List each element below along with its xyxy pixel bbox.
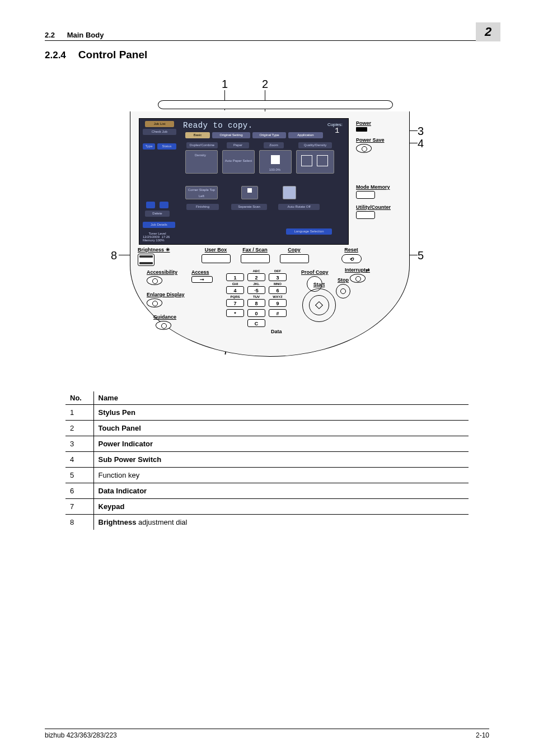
lcd-type: Type bbox=[143, 143, 155, 150]
lcd-tab-application[interactable]: Application bbox=[288, 132, 323, 138]
accessibility-button[interactable] bbox=[147, 276, 162, 285]
kp-tuv: TUV bbox=[247, 295, 265, 299]
lcd-down-icon[interactable] bbox=[160, 202, 168, 208]
lcd-job-details[interactable]: Job Details bbox=[143, 222, 175, 228]
lcd-delete[interactable]: Delete bbox=[145, 211, 170, 217]
lcd-language[interactable]: Language Selection bbox=[286, 228, 332, 235]
th-name: Name bbox=[93, 391, 469, 405]
data-indicator-label: Data bbox=[271, 329, 282, 334]
interrupt-button[interactable] bbox=[350, 274, 366, 283]
fax-scan-label: Fax / Scan bbox=[242, 247, 268, 253]
lcd-job-list[interactable]: Job List bbox=[145, 121, 174, 127]
lcd-sep-scan[interactable]: Separate Scan bbox=[231, 204, 267, 210]
keypad-7[interactable]: 7 bbox=[226, 299, 244, 307]
keypad-4[interactable]: 4 bbox=[226, 286, 244, 294]
keypad-9[interactable]: 9 bbox=[269, 299, 287, 307]
touch-panel[interactable]: Job List Check Job Type Status Delete Jo… bbox=[139, 118, 349, 245]
keypad-3[interactable]: 3 bbox=[269, 273, 287, 281]
keypad-1[interactable]: 1 bbox=[226, 273, 244, 281]
lcd-zoom: Zoom bbox=[264, 142, 284, 148]
heading: 2.2.4 Control Panel bbox=[45, 49, 489, 61]
section-number: 2.2 bbox=[45, 31, 55, 39]
callout-2: 2 bbox=[262, 78, 268, 91]
table-row: 1Stylus Pen bbox=[65, 405, 469, 421]
keypad-c[interactable]: C bbox=[247, 319, 265, 327]
lcd-tile-mid[interactable] bbox=[241, 186, 258, 199]
section-title: Main Body bbox=[67, 31, 104, 39]
callout-3: 3 bbox=[418, 125, 424, 138]
keypad-hash[interactable]: # bbox=[269, 309, 287, 317]
table-row: 7Keypad bbox=[65, 499, 469, 515]
start-label: Start bbox=[313, 282, 325, 287]
table-row: 5Function key bbox=[65, 468, 469, 483]
power-label: Power bbox=[356, 120, 405, 126]
lcd-tile-4[interactable] bbox=[296, 150, 334, 174]
lcd-tab-orig-setting[interactable]: Original Setting bbox=[212, 132, 250, 138]
keypad-star[interactable]: * bbox=[226, 309, 244, 317]
lcd-zoom-value: 100.0% bbox=[264, 167, 286, 173]
lcd-tab-orig-type[interactable]: Original Type bbox=[252, 132, 286, 138]
brightness-dial[interactable] bbox=[138, 254, 154, 266]
lcd-tile-right[interactable] bbox=[283, 186, 296, 199]
kp-mno: MNO bbox=[269, 282, 287, 286]
reset-button[interactable]: ⟲ bbox=[341, 254, 362, 263]
user-box-button[interactable] bbox=[202, 254, 231, 263]
callout-1: 1 bbox=[222, 78, 228, 91]
guidance-button[interactable] bbox=[156, 321, 171, 330]
lcd-check-job[interactable]: Check Job bbox=[143, 129, 176, 135]
enlarge-display-button[interactable] bbox=[147, 298, 162, 307]
enlarge-label: Enlarge Display bbox=[147, 292, 185, 297]
lcd-tab-basic[interactable]: Basic bbox=[185, 132, 210, 138]
utility-label: Utility/Counter bbox=[356, 204, 405, 210]
kp-pqrs: PQRS bbox=[226, 295, 244, 299]
brightness-label: Brightness ✳ bbox=[138, 247, 170, 253]
kp-def: DEF bbox=[269, 269, 287, 273]
start-button[interactable] bbox=[302, 288, 336, 322]
table-row: 3Power Indicator bbox=[65, 436, 469, 452]
keypad-0[interactable]: 0 bbox=[247, 309, 265, 317]
table-row: 6Data Indicator bbox=[65, 483, 469, 499]
footer-model: bizhub 423/363/283/223 bbox=[45, 731, 117, 739]
power-save-label: Power Save bbox=[356, 137, 405, 143]
proof-copy-label: Proof Copy bbox=[301, 269, 329, 275]
callout-5: 5 bbox=[418, 249, 424, 262]
accessibility-label: Accessibility bbox=[147, 269, 185, 275]
lcd-paper: Paper bbox=[227, 142, 249, 148]
access-button[interactable]: ⊸ bbox=[191, 276, 213, 283]
fax-scan-button[interactable] bbox=[241, 254, 270, 263]
right-controls: Power Power Save Mode Memory Utility/Cou… bbox=[356, 120, 405, 225]
parts-table: No. Name 1Stylus Pen 2Touch Panel 3Power… bbox=[65, 391, 469, 530]
copy-button[interactable] bbox=[280, 254, 309, 263]
page-header: 2.2 Main Body 2 bbox=[45, 22, 489, 41]
keypad-2[interactable]: 2 bbox=[247, 273, 265, 281]
mode-memory-button[interactable] bbox=[356, 191, 375, 199]
lcd-finishing[interactable]: Finishing bbox=[186, 204, 219, 210]
kp-abc: ABC bbox=[247, 269, 265, 273]
copy-label: Copy bbox=[288, 247, 301, 253]
utility-counter-button[interactable] bbox=[356, 211, 375, 219]
lcd-up-icon[interactable] bbox=[146, 202, 155, 208]
table-row: 8Brightness adjustment dial bbox=[65, 515, 469, 530]
start-icon bbox=[315, 301, 323, 309]
kp-wxyz: WXYZ bbox=[269, 295, 287, 299]
function-key-row: Brightness ✳ User Box Fax / Scan Copy Re… bbox=[138, 247, 406, 266]
interrupt-label: Interrupt⇄ bbox=[345, 267, 370, 273]
stop-button[interactable] bbox=[336, 284, 350, 298]
kp-jkl: JKL bbox=[247, 282, 265, 286]
lcd-ready-text: Ready to copy. bbox=[183, 121, 253, 130]
chapter-number: 2 bbox=[476, 22, 500, 41]
lcd-duplex: Duplex/Combine bbox=[186, 142, 218, 148]
power-save-button[interactable] bbox=[356, 144, 372, 153]
keypad-6[interactable]: 6 bbox=[269, 286, 287, 294]
heading-number: 2.2.4 bbox=[45, 50, 66, 61]
stylus-pen-slot bbox=[158, 100, 393, 109]
lcd-auto-rotate[interactable]: Auto Rotate Off bbox=[278, 204, 320, 210]
keypad-8[interactable]: 8 bbox=[247, 299, 265, 307]
lcd-density: Density bbox=[186, 152, 214, 158]
lcd-footer: 12/25/2009 17:26 Memory 100% bbox=[143, 235, 170, 242]
keypad-5[interactable]: ·5 bbox=[247, 286, 265, 294]
mode-memory-label: Mode Memory bbox=[356, 184, 405, 190]
kp-ghi: GHI bbox=[226, 282, 244, 286]
callout-4: 4 bbox=[418, 137, 424, 150]
user-box-label: User Box bbox=[205, 247, 227, 253]
